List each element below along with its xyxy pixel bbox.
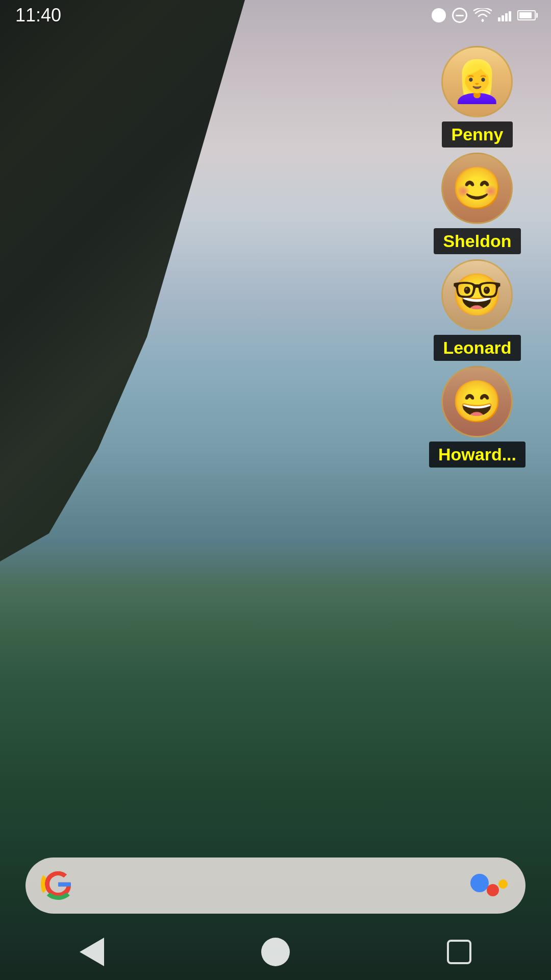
google-assistant-icon[interactable] [469,873,510,898]
avatar-howard [441,366,513,437]
search-bar[interactable] [26,857,525,914]
dnd-icon [452,8,467,23]
avatar-penny [441,46,513,117]
back-arrow-icon [80,938,104,966]
contacts-panel: Penny Sheldon Leonard Howard... [429,46,525,473]
avatar-leonard [441,259,513,331]
svg-point-3 [498,879,508,889]
contact-label-sheldon: Sheldon [434,228,520,254]
svg-point-2 [487,884,499,896]
status-icons [432,8,536,23]
nav-bar [0,924,551,980]
home-button[interactable] [258,934,293,970]
contact-label-penny: Penny [442,121,512,148]
battery-icon [517,10,536,20]
signal-icon [498,9,511,21]
avatar-sheldon [441,153,513,224]
home-circle-icon [261,938,290,966]
recents-square-icon [447,940,471,964]
svg-point-0 [482,19,484,22]
search-bar-container [26,857,525,914]
assistant-dots-icon [469,873,510,898]
google-g-icon [41,868,76,903]
contact-leonard[interactable]: Leonard [434,259,520,361]
contact-label-leonard: Leonard [434,335,520,361]
circle-status-icon [432,8,446,22]
contact-penny[interactable]: Penny [441,46,513,148]
back-button[interactable] [74,934,110,970]
svg-point-1 [470,874,489,892]
google-logo [41,868,76,903]
recents-button[interactable] [441,934,477,970]
contact-label-howard: Howard... [429,442,525,468]
battery-fill [519,12,532,18]
contact-howard[interactable]: Howard... [429,366,525,468]
status-time: 11:40 [15,5,61,26]
status-bar: 11:40 [0,0,551,31]
contact-sheldon[interactable]: Sheldon [434,153,520,254]
wifi-icon [473,8,492,22]
